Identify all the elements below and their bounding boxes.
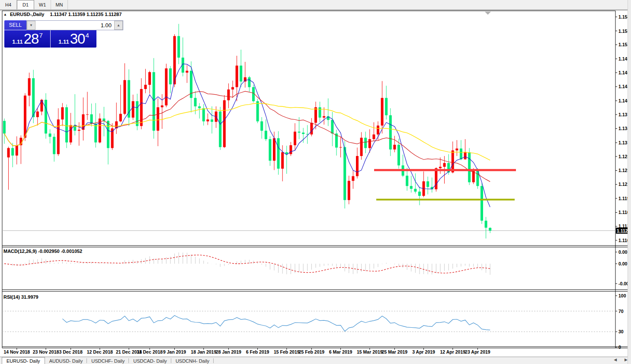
symbol-tab-bar: EURUSD- DailyAUDUSD- DailyUSDCHF- DailyU… xyxy=(0,357,631,364)
x-axis-label: 3 Dec 2018 xyxy=(59,349,82,354)
lot-spinner: ▼ ▲ xyxy=(26,20,123,30)
x-axis-label: 6 Feb 2019 xyxy=(246,349,269,354)
x-axis-label: 25 Mar 2019 xyxy=(382,349,408,354)
window-right-edge xyxy=(628,0,631,364)
x-axis-label: 15 Feb 2019 xyxy=(274,349,300,354)
macd-name: MACD(12,26,9) xyxy=(3,249,37,254)
lot-increase-button[interactable]: ▲ xyxy=(114,21,123,30)
svg-text:70: 70 xyxy=(618,309,624,314)
buy-price-pip: 4 xyxy=(85,32,89,39)
mt4-window: H4D1W1MN 1.158501.155501.152551.149551.1… xyxy=(0,0,631,364)
rsi-label: RSI(14) 31.9979 xyxy=(3,294,38,300)
x-axis-label: 23 Nov 2018 xyxy=(33,349,59,354)
x-axis-label: 6 Mar 2019 xyxy=(329,349,352,354)
collapse-triangle-icon[interactable]: ▲ xyxy=(3,13,7,16)
buy-price-big: 30 xyxy=(70,31,85,47)
one-click-trade-panel: SELL ▼ ▲ BUY 1.11 28 7 1.11 30 4 xyxy=(4,20,96,48)
x-axis-label: 18 Jan 2019 xyxy=(191,349,216,354)
chart-symbol-label: EURUSD-,Daily xyxy=(10,12,44,17)
x-axis-label: 3 Apr 2019 xyxy=(412,349,435,354)
chevron-up-icon: ▲ xyxy=(117,23,120,27)
sell-price-button[interactable]: 1.11 28 7 xyxy=(4,30,51,48)
svg-text:0: 0 xyxy=(618,345,621,350)
symbol-tab-audusd[interactable]: AUDUSD- Daily xyxy=(45,357,87,364)
symbol-tab-usdchf[interactable]: USDCHF- Daily xyxy=(87,357,129,364)
scroll-left-icon[interactable]: ◀ xyxy=(614,358,617,362)
svg-text:30: 30 xyxy=(618,329,624,334)
rsi-value: 31.9979 xyxy=(21,294,38,300)
chart-title: ▲ EURUSD-,Daily 1.11347 1.11359 1.11235 … xyxy=(3,12,122,17)
x-axis-label: 15 Mar 2019 xyxy=(357,349,383,354)
sell-price-prefix: 1.11 xyxy=(12,38,23,45)
symbol-tab-usdcad[interactable]: USDCAD- Daily xyxy=(129,357,171,364)
x-axis-label: 12 Apr 2019 xyxy=(440,349,466,354)
x-axis-label: 12 Dec 2018 xyxy=(87,349,113,354)
x-axis-label: 25 Feb 2019 xyxy=(299,349,325,354)
sell-button[interactable]: SELL xyxy=(4,20,26,30)
x-axis-label: 23 Apr 2019 xyxy=(465,349,490,354)
x-axis-label: 14 Nov 2018 xyxy=(3,349,30,354)
svg-text:100: 100 xyxy=(618,293,626,298)
svg-text:0.00: 0.00 xyxy=(618,261,628,266)
scroll-right-icon[interactable]: ▶ xyxy=(625,358,628,362)
buy-price-prefix: 1.11 xyxy=(58,38,69,45)
macd-label: MACD(12,26,9) -0.002950 -0.001052 xyxy=(3,249,82,254)
chevron-down-icon: ▼ xyxy=(29,23,33,27)
rsi-name: RSI(14) xyxy=(3,294,20,300)
x-axis-label: 9 Jan 2019 xyxy=(163,349,186,354)
x-axis-label: 28 Jan 2019 xyxy=(216,349,241,354)
macd-values: -0.002950 -0.001052 xyxy=(38,249,82,254)
chart-canvas[interactable]: 1.158501.155501.152551.149551.146601.143… xyxy=(0,0,631,364)
sell-price-big: 28 xyxy=(24,31,39,47)
sell-price-pip: 7 xyxy=(39,32,42,39)
lot-size-input[interactable] xyxy=(35,21,114,30)
lot-decrease-button[interactable]: ▼ xyxy=(27,21,35,30)
tab-scroll-controls: ◀ ▶ xyxy=(614,358,628,362)
x-axis-label: 31 Dec 2018 xyxy=(137,349,163,354)
buy-price-button[interactable]: 1.11 30 4 xyxy=(51,30,96,48)
buy-button[interactable]: BUY xyxy=(123,20,145,30)
symbol-tab-usdcnh[interactable]: USDCNH- Daily xyxy=(171,357,214,364)
symbol-tab-eurusd[interactable]: EURUSD- Daily xyxy=(2,357,45,364)
chart-ohlc-values: 1.11347 1.11359 1.11235 1.11287 xyxy=(50,12,122,17)
